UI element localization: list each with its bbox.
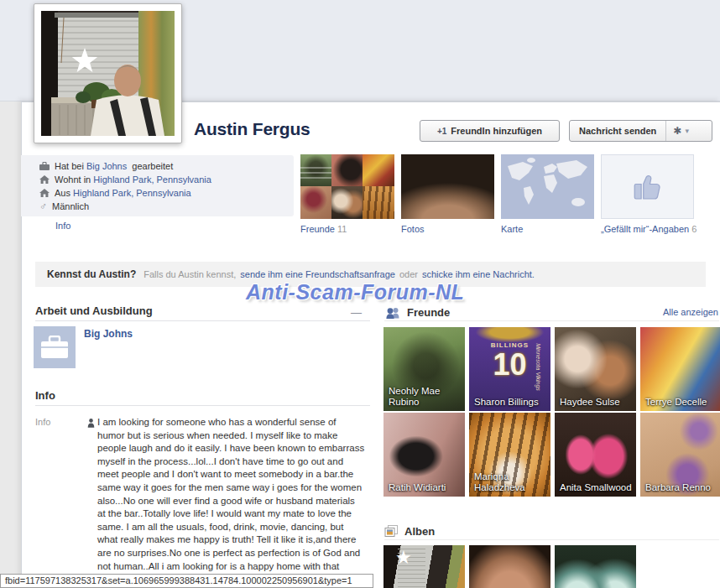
about-row-lives: Wohnt in Highland Park, Pennsylvania <box>39 173 214 186</box>
info-section-title: Info <box>35 389 55 402</box>
forum-watermark: Anti-Scam-Forum-NL <box>246 280 464 304</box>
about-row-gender: ♂ Männlich <box>39 200 89 213</box>
house-icon <box>39 189 50 197</box>
collage-photo <box>363 186 394 219</box>
employer-name-link[interactable]: Big Johns <box>84 328 133 340</box>
gender-value: Männlich <box>52 201 89 211</box>
profile-photo[interactable] <box>34 3 182 143</box>
friend-name: Haydee Sulse <box>560 397 634 408</box>
albums-section-title: Alben <box>404 525 435 538</box>
star-overlay-icon: ★ <box>395 547 412 569</box>
friend-name: Barbara Renno <box>645 482 719 493</box>
collage-photo <box>331 186 363 219</box>
friends-section-header: Freunde Alle anzeigen <box>384 304 719 321</box>
about-me-text: I am looking for someone who has a wonde… <box>97 416 365 588</box>
friends-collage <box>300 154 394 219</box>
map-box-tile[interactable] <box>501 154 594 219</box>
about-from-prefix: Aus <box>55 188 70 198</box>
about-row-work: Hat bei Big Johns gearbeitet <box>39 159 173 173</box>
friend-tile[interactable]: Anita Smallwood <box>555 413 636 497</box>
briefcase-large-icon <box>40 336 69 359</box>
friend-tile[interactable]: BILLINGS 10 Minnesota Vikings Sharon Bil… <box>469 327 550 411</box>
info-row-label: Info <box>35 417 50 427</box>
hometown-link[interactable]: Highland Park, Pennsylvania <box>73 188 191 198</box>
albums-row: ★ <box>383 545 720 588</box>
friend-name: Neohly Mae Rubino <box>389 386 462 408</box>
profile-photo-scene <box>41 11 175 136</box>
about-work-prefix: Hat bei <box>55 161 84 171</box>
people-icon <box>384 307 401 319</box>
friends-box-link[interactable]: Freunde <box>300 224 335 234</box>
current-city-link[interactable]: Highland Park, Pennsylvania <box>93 174 211 185</box>
facebook-profile-page: Austin Fergus +1 FreundIn hinzufügen Nac… <box>0 0 720 588</box>
friend-tile[interactable]: Ratih Widiarti <box>383 413 465 497</box>
friend-tile[interactable]: Mariqna Haladzheva <box>469 413 550 497</box>
page-title: Austin Fergus <box>194 119 310 139</box>
album-tile[interactable] <box>469 545 550 588</box>
world-map-image <box>501 154 594 219</box>
friend-name: Anita Smallwood <box>560 482 634 493</box>
friends-count: 11 <box>337 224 347 234</box>
info-quicklink[interactable]: Info <box>55 221 70 231</box>
collage-photo <box>331 154 363 186</box>
banner-text-2: oder <box>399 269 418 279</box>
collage-photo <box>363 154 394 186</box>
about-row-from: Aus Highland Park, Pennsylvania <box>39 186 194 200</box>
send-message-link[interactable]: schicke ihm eine Nachricht. <box>422 269 535 279</box>
add-friend-button[interactable]: +1 FreundIn hinzufügen <box>420 120 560 142</box>
friends-grid: Neohly Mae Rubino BILLINGS 10 Minnesota … <box>383 327 720 497</box>
briefcase-icon <box>39 162 50 170</box>
message-button-group: Nachricht senden ✱ ▾ <box>569 120 712 142</box>
send-message-button[interactable]: Nachricht senden <box>570 121 665 141</box>
photo-album-icon <box>384 525 399 538</box>
add-friend-label: FreundIn hinzufügen <box>451 126 542 136</box>
status-bar-url: fbid=117597138325317&set=a.1069659993884… <box>0 574 373 588</box>
banner-text-1: Falls du Austin kennst, <box>143 269 236 279</box>
gear-icon: ✱ <box>673 125 681 137</box>
friends-box-tile[interactable] <box>300 154 394 219</box>
albums-section-header: Alben <box>384 523 719 540</box>
chevron-down-icon: ▾ <box>685 127 689 135</box>
work-education-title: Arbeit und Ausbildung <box>35 304 153 317</box>
friend-tile[interactable]: Barbara Renno <box>640 413 720 497</box>
jersey-side-text: Minnesota Vikings <box>535 343 541 391</box>
friend-name: Mariqna Haladzheva <box>474 471 548 493</box>
friend-name: Terrye Decelle <box>645 397 719 408</box>
work-education-header: Arbeit und Ausbildung — <box>35 304 370 321</box>
info-section-header: Info <box>35 389 370 406</box>
friend-name: Sharon Billings <box>474 397 548 408</box>
about-lives-prefix: Wohnt in <box>55 174 91 185</box>
home-icon <box>39 175 50 184</box>
collapse-section-icon[interactable]: — <box>351 306 362 319</box>
friend-name: Ratih Widiarti <box>389 482 462 493</box>
map-box-link[interactable]: Karte <box>501 224 523 234</box>
employer-tile[interactable] <box>34 326 76 368</box>
likes-count: 6 <box>691 224 697 234</box>
add-friend-icon: +1 <box>437 127 446 136</box>
album-tile[interactable]: ★ <box>383 545 465 588</box>
banner-question: Kennst du Austin? <box>47 268 136 280</box>
likes-box-tile[interactable] <box>601 154 694 219</box>
friend-tile[interactable]: Haydee Sulse <box>555 327 636 411</box>
friends-section-title: Freunde <box>407 306 450 319</box>
photos-box-link[interactable]: Fotos <box>401 224 425 234</box>
photos-box-tile[interactable] <box>401 154 494 219</box>
send-friend-request-link[interactable]: sende ihm eine Freundschaftsanfrage <box>240 269 395 279</box>
collage-photo <box>300 154 331 186</box>
album-tile[interactable] <box>555 545 636 588</box>
friend-tile[interactable]: Terrye Decelle <box>640 327 720 411</box>
about-panel: Hat bei Big Johns gearbeitet Wohnt in Hi… <box>21 155 294 216</box>
male-icon: ♂ <box>39 202 47 211</box>
about-work-suffix: gearbeitet <box>132 161 173 171</box>
see-all-friends-link[interactable]: Alle anzeigen <box>663 307 718 317</box>
gear-dropdown-button[interactable]: ✱ ▾ <box>665 121 696 141</box>
person-icon <box>87 419 95 428</box>
likes-box-link[interactable]: „Gefällt mir“-Angaben <box>601 224 689 234</box>
friend-tile[interactable]: Neohly Mae Rubino <box>383 327 465 411</box>
thumbs-up-icon <box>630 169 665 205</box>
collage-photo <box>300 186 331 219</box>
employer-link[interactable]: Big Johns <box>86 161 127 171</box>
